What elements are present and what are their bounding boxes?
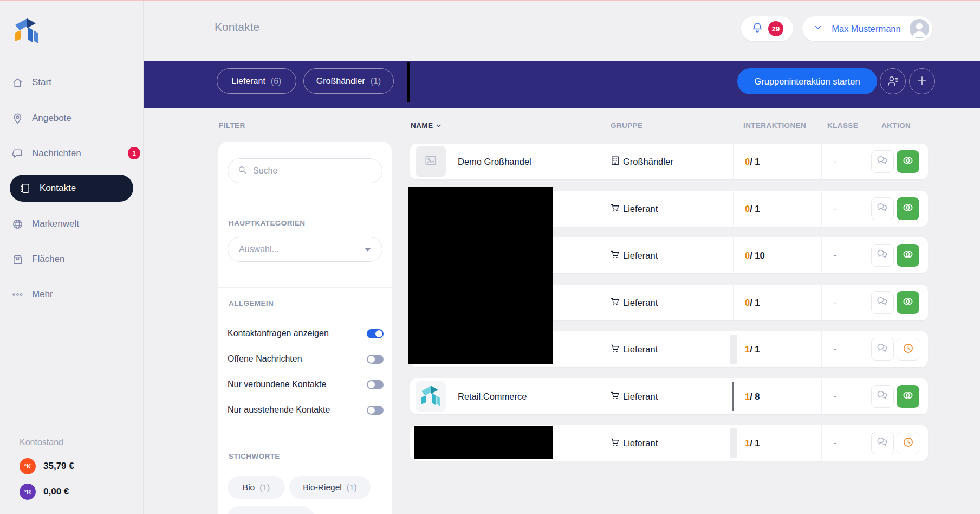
contact-list-button[interactable] bbox=[880, 68, 906, 94]
sidebar-item-kontakte[interactable]: Kontakte bbox=[10, 175, 133, 202]
user-menu[interactable]: Max Mustermann bbox=[802, 16, 932, 41]
sidebar-item-label: Kontakte bbox=[40, 183, 76, 194]
connected-button[interactable] bbox=[897, 197, 919, 220]
sidebar-item-start[interactable]: Start bbox=[11, 69, 51, 96]
divider bbox=[821, 425, 822, 461]
divider bbox=[218, 287, 392, 288]
connected-icon bbox=[901, 248, 914, 263]
group-label: Lieferant bbox=[623, 298, 658, 308]
open-chat-button[interactable] bbox=[871, 197, 894, 220]
interactions-separator: / bbox=[750, 438, 755, 448]
open-chat-button[interactable] bbox=[871, 385, 894, 408]
sort-chevron-icon bbox=[436, 123, 442, 129]
sidebar-item-markenwelt[interactable]: Markenwelt bbox=[11, 210, 79, 237]
open-chat-button[interactable] bbox=[871, 432, 894, 454]
search-input[interactable] bbox=[253, 166, 373, 176]
currency-r-icon: °R bbox=[20, 484, 36, 500]
interactions-separator: / bbox=[750, 344, 755, 355]
interactions-cell: 1/ 1 bbox=[745, 425, 760, 461]
divider bbox=[596, 144, 596, 179]
avatar bbox=[910, 19, 929, 38]
pending-button[interactable] bbox=[897, 338, 919, 361]
building-icon bbox=[609, 155, 621, 169]
divider bbox=[596, 191, 596, 227]
search-icon bbox=[237, 164, 248, 177]
sidebar-item-label: Flächen bbox=[32, 254, 64, 265]
notifications-button[interactable]: 29 bbox=[741, 16, 793, 41]
sidebar-item-flaechen[interactable]: Flächen bbox=[11, 246, 64, 273]
chat-bubbles-icon bbox=[875, 201, 890, 217]
package-icon bbox=[11, 253, 24, 266]
filter-panel-title: FILTER bbox=[219, 121, 245, 130]
top-accent-line bbox=[0, 0, 980, 1]
clock-icon bbox=[902, 436, 914, 451]
avatar bbox=[416, 146, 446, 177]
tag-label: Bio bbox=[243, 483, 255, 492]
image-placeholder-icon bbox=[423, 153, 438, 170]
select-placeholder: Auswahl... bbox=[239, 245, 279, 254]
toggle-kontaktanfragen-anzeigen[interactable] bbox=[367, 329, 384, 338]
cart-icon bbox=[609, 343, 621, 356]
column-header-gruppe: GRUPPE bbox=[611, 121, 642, 130]
group-cell: Lieferant bbox=[609, 237, 658, 273]
sidebar-item-mehr[interactable]: Mehr bbox=[11, 281, 53, 308]
connected-icon bbox=[901, 201, 914, 216]
divider bbox=[733, 285, 734, 320]
filter-panel: HAUPTKATEGORIEN Auswahl... ALLGEMEIN Kon… bbox=[218, 142, 392, 514]
interactions-cell: 0/ 1 bbox=[745, 285, 760, 320]
balance-amount-r: 0,00 € bbox=[43, 486, 69, 497]
group-interaction-button[interactable]: Gruppeninteraktion starten bbox=[737, 68, 877, 94]
divider bbox=[596, 285, 596, 320]
divider bbox=[821, 144, 822, 179]
divider bbox=[821, 331, 822, 367]
group-label: Lieferant bbox=[623, 344, 658, 355]
filter-chip-lieferant[interactable]: Lieferant (6) bbox=[217, 68, 296, 94]
toggle-nur-verbundene-kontakte[interactable] bbox=[367, 380, 384, 389]
interactions-total: 10 bbox=[755, 250, 764, 261]
divider bbox=[733, 144, 734, 179]
interactions-total: 8 bbox=[755, 391, 760, 402]
divider bbox=[218, 201, 392, 201]
klasse-value: - bbox=[827, 425, 843, 461]
interactions-done: 0 bbox=[745, 157, 750, 167]
filter-chip-grosshaendler[interactable]: Großhändler (1) bbox=[303, 68, 394, 94]
tag-grosshandel[interactable]: Großhandel (1) bbox=[228, 506, 314, 514]
balance-row-r: °R 0,00 € bbox=[20, 484, 69, 500]
interactions-cell: 1/ 8 bbox=[745, 378, 760, 414]
open-chat-button[interactable] bbox=[871, 338, 894, 361]
open-chat-button[interactable] bbox=[871, 244, 894, 267]
open-chat-button[interactable] bbox=[871, 150, 894, 173]
sidebar-item-label: Nachrichten bbox=[32, 148, 81, 159]
cart-icon bbox=[609, 296, 621, 310]
toggle-label: Kontaktanfragen anzeigen bbox=[228, 329, 329, 338]
interactions-separator: / bbox=[750, 204, 755, 214]
kontostand-label: Kontostand bbox=[20, 438, 63, 447]
add-contact-button[interactable] bbox=[909, 68, 935, 94]
sidebar-item-angebote[interactable]: Angebote bbox=[11, 105, 72, 132]
table-row[interactable]: Demo GroßhandelGroßhändler0/ 1- bbox=[410, 144, 928, 179]
interactions-total: 1 bbox=[755, 204, 760, 214]
pending-button[interactable] bbox=[897, 432, 919, 454]
connected-button[interactable] bbox=[897, 244, 919, 267]
tag-bio-riegel[interactable]: Bio-Riegel (1) bbox=[289, 476, 371, 499]
open-chat-button[interactable] bbox=[871, 291, 894, 314]
table-row[interactable]: Retail.CommerceLieferant1/ 8- bbox=[410, 378, 928, 414]
contact-name: Demo Großhandel bbox=[458, 144, 531, 179]
sidebar-item-nachrichten[interactable]: Nachrichten bbox=[11, 140, 81, 167]
connected-button[interactable] bbox=[897, 385, 919, 408]
column-header-aktion: AKTION bbox=[881, 121, 911, 130]
connected-button[interactable] bbox=[897, 291, 919, 314]
sidebar-item-label: Mehr bbox=[32, 289, 53, 300]
column-header-name[interactable]: NAME bbox=[411, 121, 442, 130]
chat-bubbles-icon bbox=[875, 341, 890, 357]
toggle-nur-ausstehende-kontakte[interactable] bbox=[367, 406, 384, 415]
chat-bubbles-icon bbox=[875, 247, 890, 264]
interactions-cell: 0/ 1 bbox=[745, 144, 760, 179]
chat-icon bbox=[11, 147, 24, 160]
hauptkategorien-select[interactable]: Auswahl... bbox=[228, 237, 382, 262]
home-icon bbox=[11, 76, 24, 89]
toggle-offene-nachrichten[interactable] bbox=[367, 355, 384, 364]
tag-bio[interactable]: Bio (1) bbox=[228, 476, 285, 499]
connected-button[interactable] bbox=[897, 150, 919, 173]
caret-down-icon bbox=[365, 248, 371, 252]
